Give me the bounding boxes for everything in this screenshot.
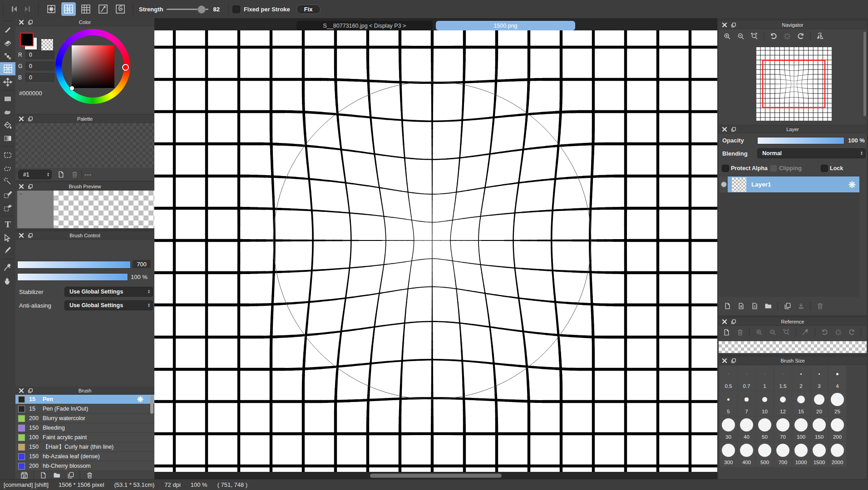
brush-size-cell[interactable]: 25: [829, 391, 846, 416]
popout-panel-icon[interactable]: [730, 319, 737, 324]
hue-marker[interactable]: [122, 64, 129, 71]
flip-horizontal-icon[interactable]: [866, 328, 868, 337]
brush-size-cell[interactable]: 15: [792, 391, 810, 416]
dot-tool[interactable]: [0, 49, 15, 62]
lock-checkbox[interactable]: [821, 165, 828, 172]
clipping-checkbox[interactable]: [770, 165, 777, 172]
brush-size-cell[interactable]: 5: [720, 391, 737, 416]
add-palette-color-icon[interactable]: [56, 171, 65, 179]
popout-panel-icon[interactable]: [27, 116, 34, 122]
popout-panel-icon[interactable]: [27, 184, 34, 189]
brush-size-cell[interactable]: 300: [720, 442, 737, 467]
close-panel-icon[interactable]: [18, 233, 25, 238]
close-panel-icon[interactable]: [18, 184, 25, 189]
canvas-viewport[interactable]: [154, 30, 717, 472]
brush-opacity-slider[interactable]: [17, 273, 128, 281]
move-tool[interactable]: [0, 75, 15, 88]
new-8bit-layer-icon[interactable]: [736, 301, 745, 310]
popout-panel-icon[interactable]: [27, 20, 34, 25]
hex-value[interactable]: #000000: [19, 90, 42, 97]
rotate-left-icon[interactable]: [820, 328, 829, 337]
brush-list-item[interactable]: 150 hb-Azalea leaf (dense): [15, 452, 154, 461]
antialias-dropdown[interactable]: Use Global Settings ▲▼: [64, 300, 153, 310]
text-tool[interactable]: T: [0, 218, 15, 231]
close-panel-icon[interactable]: [721, 319, 728, 324]
liquify-mode-twirl-button[interactable]: [113, 2, 128, 16]
popout-panel-icon[interactable]: [730, 127, 737, 132]
close-panel-icon[interactable]: [721, 127, 728, 132]
brush-size-cell[interactable]: 70: [774, 416, 792, 441]
canvas-hscroll-thumb[interactable]: [370, 474, 502, 478]
brush-list-item[interactable]: 200 hb-Cherry blossom: [15, 461, 154, 471]
duplicate-brush-icon[interactable]: [66, 470, 75, 480]
brush-size-cell[interactable]: 2: [792, 366, 810, 391]
magic-wand-tool[interactable]: [0, 175, 15, 188]
brush-list-item[interactable]: 15 Pen (Fade In/Out): [15, 404, 154, 414]
brush-size-cell[interactable]: 7: [738, 391, 755, 416]
sv-marker[interactable]: [70, 86, 74, 90]
opacity-slider[interactable]: [757, 137, 844, 144]
color-wheel[interactable]: [55, 29, 130, 104]
brush-size-slider[interactable]: [17, 261, 131, 269]
zoom-out-icon[interactable]: [768, 328, 777, 337]
zoom-fit-icon[interactable]: [782, 328, 791, 337]
gradient-tool[interactable]: [0, 132, 15, 145]
hand-tool[interactable]: [0, 274, 15, 287]
brush-list-item[interactable]: 150 【Hair】Curly hair (thin line): [15, 442, 154, 452]
strength-slider-thumb[interactable]: [197, 5, 206, 14]
stepper-icon[interactable]: ▲▼: [47, 172, 49, 177]
brush-list-item[interactable]: 200 Blurry watercolor: [15, 414, 154, 423]
protect-alpha-checkbox[interactable]: [722, 165, 729, 172]
eraser-tool[interactable]: [0, 36, 15, 49]
eyedropper-tool[interactable]: [0, 261, 15, 274]
new-layer-folder-icon[interactable]: [764, 301, 773, 310]
brush-folder-icon[interactable]: [52, 470, 61, 480]
new-1bit-layer-icon[interactable]: [750, 301, 759, 310]
delete-layer-icon[interactable]: [815, 301, 824, 310]
brush-settings-gear-icon[interactable]: [137, 396, 143, 402]
palette-swatches-area[interactable]: [15, 123, 154, 168]
brush-size-cell[interactable]: 150: [810, 416, 828, 441]
pen-tool[interactable]: [0, 244, 15, 257]
brush-list-item[interactable]: 150 Bleeding: [15, 423, 154, 433]
green-field[interactable]: 0: [25, 62, 54, 70]
red-field[interactable]: 0: [25, 50, 54, 59]
add-brush-icon[interactable]: [39, 470, 48, 480]
layer-settings-gear-icon[interactable]: [848, 181, 856, 188]
close-panel-icon[interactable]: [18, 388, 25, 393]
rotate-left-icon[interactable]: [769, 32, 778, 41]
brush-size-cell[interactable]: 1500: [810, 442, 828, 467]
document-tab-active[interactable]: 1500.png: [436, 21, 575, 30]
fill-lasso-tool[interactable]: [0, 105, 15, 118]
liquify-mode-frame-button[interactable]: [44, 2, 59, 16]
duplicate-layer-icon[interactable]: [783, 301, 792, 310]
blue-field[interactable]: 0: [25, 73, 54, 82]
operation-tool[interactable]: [0, 231, 15, 244]
popout-panel-icon[interactable]: [27, 388, 34, 393]
brush-size-cell[interactable]: 500: [756, 442, 774, 467]
rotate-right-icon[interactable]: [847, 328, 856, 337]
eyedropper-icon[interactable]: [801, 328, 810, 337]
delete-brush-icon[interactable]: [85, 470, 94, 480]
brush-size-cell[interactable]: 3: [810, 366, 828, 391]
navigator-scrollbar[interactable]: [863, 32, 866, 116]
new-layer-icon[interactable]: [723, 301, 732, 310]
saturation-value-square[interactable]: [72, 45, 114, 88]
brush-size-cell[interactable]: 4: [829, 366, 846, 391]
brush-list-item[interactable]: 100 Faint acrylic paint: [15, 433, 154, 442]
popout-panel-icon[interactable]: [27, 233, 34, 238]
brush-list-item[interactable]: 15 Pen: [15, 395, 154, 404]
zoom-in-icon[interactable]: [723, 32, 732, 41]
fill-rect-tool[interactable]: [0, 92, 15, 105]
brush-size-cell[interactable]: 10: [756, 391, 774, 416]
canvas-horizontal-scrollbar[interactable]: [154, 472, 717, 480]
merge-down-icon[interactable]: [796, 301, 805, 310]
liquify-tool[interactable]: [0, 62, 15, 75]
brush-size-cell[interactable]: 30: [720, 416, 737, 441]
liquify-mode-warp-button[interactable]: [96, 2, 110, 16]
zoom-out-icon[interactable]: [736, 32, 745, 41]
brush-size-cell[interactable]: 40: [738, 416, 755, 441]
brush-size-cell[interactable]: 0.5: [720, 366, 737, 391]
select-lasso-tool[interactable]: [0, 162, 15, 175]
blending-dropdown[interactable]: Normal ▲▼: [757, 148, 866, 158]
